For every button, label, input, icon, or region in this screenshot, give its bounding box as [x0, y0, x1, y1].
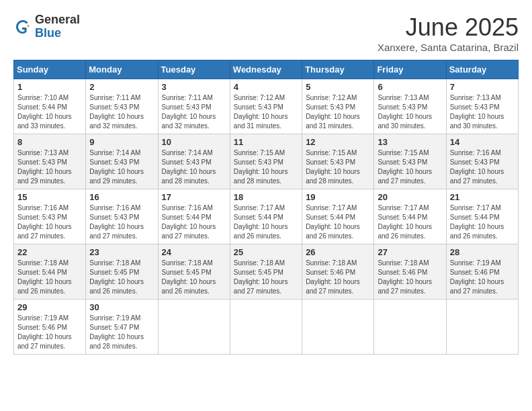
day-number: 17 — [162, 192, 226, 202]
day-info: Sunrise: 7:18 AM Sunset: 5:45 PM Dayligh… — [89, 259, 154, 296]
day-number: 3 — [162, 82, 226, 92]
col-saturday: Saturday — [446, 60, 518, 79]
table-row: 3Sunrise: 7:11 AM Sunset: 5:43 PM Daylig… — [158, 79, 230, 134]
day-number: 25 — [234, 247, 298, 257]
day-info: Sunrise: 7:11 AM Sunset: 5:43 PM Dayligh… — [89, 93, 154, 131]
day-info: Sunrise: 7:19 AM Sunset: 5:46 PM Dayligh… — [17, 314, 82, 351]
col-thursday: Thursday — [302, 60, 374, 79]
table-row — [230, 300, 302, 355]
table-row — [158, 300, 230, 355]
logo-general-text: General — [35, 13, 80, 27]
table-row: 2Sunrise: 7:11 AM Sunset: 5:43 PM Daylig… — [86, 79, 158, 134]
table-row: 13Sunrise: 7:15 AM Sunset: 5:43 PM Dayli… — [374, 134, 446, 189]
logo-text: General Blue — [35, 13, 80, 40]
day-number: 4 — [234, 82, 298, 92]
day-number: 16 — [89, 192, 154, 202]
logo: General Blue — [13, 13, 80, 40]
day-info: Sunrise: 7:11 AM Sunset: 5:43 PM Dayligh… — [162, 93, 226, 131]
day-number: 11 — [234, 137, 298, 147]
calendar-week-1: 1Sunrise: 7:10 AM Sunset: 5:44 PM Daylig… — [14, 79, 519, 134]
day-info: Sunrise: 7:12 AM Sunset: 5:43 PM Dayligh… — [306, 93, 370, 131]
day-info: Sunrise: 7:17 AM Sunset: 5:44 PM Dayligh… — [234, 203, 298, 241]
calendar-week-2: 8Sunrise: 7:13 AM Sunset: 5:43 PM Daylig… — [14, 134, 519, 189]
table-row: 17Sunrise: 7:16 AM Sunset: 5:44 PM Dayli… — [158, 189, 230, 244]
table-row: 4Sunrise: 7:12 AM Sunset: 5:43 PM Daylig… — [230, 79, 302, 134]
calendar-week-3: 15Sunrise: 7:16 AM Sunset: 5:43 PM Dayli… — [14, 189, 519, 244]
col-sunday: Sunday — [14, 60, 86, 79]
table-row: 9Sunrise: 7:14 AM Sunset: 5:43 PM Daylig… — [86, 134, 158, 189]
day-info: Sunrise: 7:13 AM Sunset: 5:43 PM Dayligh… — [378, 93, 442, 131]
table-row: 21Sunrise: 7:17 AM Sunset: 5:44 PM Dayli… — [446, 189, 518, 244]
table-row: 15Sunrise: 7:16 AM Sunset: 5:43 PM Dayli… — [14, 189, 86, 244]
calendar-header-row: Sunday Monday Tuesday Wednesday Thursday… — [14, 60, 519, 79]
col-monday: Monday — [86, 60, 158, 79]
day-number: 19 — [306, 192, 370, 202]
table-row: 29Sunrise: 7:19 AM Sunset: 5:46 PM Dayli… — [14, 300, 86, 355]
title-block: June 2025 Xanxere, Santa Catarina, Brazi… — [378, 13, 519, 53]
day-info: Sunrise: 7:18 AM Sunset: 5:44 PM Dayligh… — [17, 259, 82, 296]
day-number: 24 — [162, 247, 226, 257]
day-info: Sunrise: 7:16 AM Sunset: 5:44 PM Dayligh… — [162, 203, 226, 241]
table-row — [302, 300, 374, 355]
day-number: 22 — [17, 247, 82, 257]
col-tuesday: Tuesday — [158, 60, 230, 79]
day-number: 28 — [450, 247, 515, 257]
day-info: Sunrise: 7:15 AM Sunset: 5:43 PM Dayligh… — [306, 148, 370, 186]
day-info: Sunrise: 7:12 AM Sunset: 5:43 PM Dayligh… — [234, 93, 298, 131]
table-row: 6Sunrise: 7:13 AM Sunset: 5:43 PM Daylig… — [374, 79, 446, 134]
day-number: 12 — [306, 137, 370, 147]
day-number: 1 — [17, 82, 82, 92]
day-info: Sunrise: 7:19 AM Sunset: 5:47 PM Dayligh… — [89, 314, 154, 351]
location: Xanxere, Santa Catarina, Brazil — [378, 42, 519, 53]
day-number: 27 — [378, 247, 442, 257]
day-number: 23 — [89, 247, 154, 257]
table-row: 25Sunrise: 7:18 AM Sunset: 5:45 PM Dayli… — [230, 244, 302, 300]
day-info: Sunrise: 7:14 AM Sunset: 5:43 PM Dayligh… — [89, 148, 154, 186]
month-title: June 2025 — [378, 13, 519, 42]
day-number: 30 — [89, 302, 154, 312]
day-number: 29 — [17, 302, 82, 312]
table-row: 19Sunrise: 7:17 AM Sunset: 5:44 PM Dayli… — [302, 189, 374, 244]
day-number: 10 — [162, 137, 226, 147]
day-info: Sunrise: 7:17 AM Sunset: 5:44 PM Dayligh… — [450, 203, 515, 241]
table-row: 22Sunrise: 7:18 AM Sunset: 5:44 PM Dayli… — [14, 244, 86, 300]
day-number: 6 — [378, 82, 442, 92]
table-row: 27Sunrise: 7:18 AM Sunset: 5:46 PM Dayli… — [374, 244, 446, 300]
table-row — [374, 300, 446, 355]
day-info: Sunrise: 7:17 AM Sunset: 5:44 PM Dayligh… — [378, 203, 442, 241]
table-row: 7Sunrise: 7:13 AM Sunset: 5:43 PM Daylig… — [446, 79, 518, 134]
table-row: 26Sunrise: 7:18 AM Sunset: 5:46 PM Dayli… — [302, 244, 374, 300]
day-info: Sunrise: 7:15 AM Sunset: 5:43 PM Dayligh… — [378, 148, 442, 186]
page-header: General Blue June 2025 Xanxere, Santa Ca… — [13, 13, 519, 53]
table-row: 10Sunrise: 7:14 AM Sunset: 5:43 PM Dayli… — [158, 134, 230, 189]
day-info: Sunrise: 7:16 AM Sunset: 5:43 PM Dayligh… — [89, 203, 154, 241]
table-row: 24Sunrise: 7:18 AM Sunset: 5:45 PM Dayli… — [158, 244, 230, 300]
table-row: 28Sunrise: 7:19 AM Sunset: 5:46 PM Dayli… — [446, 244, 518, 300]
table-row: 18Sunrise: 7:17 AM Sunset: 5:44 PM Dayli… — [230, 189, 302, 244]
table-row: 30Sunrise: 7:19 AM Sunset: 5:47 PM Dayli… — [86, 300, 158, 355]
day-number: 7 — [450, 82, 515, 92]
day-number: 9 — [89, 137, 154, 147]
day-number: 2 — [89, 82, 154, 92]
table-row: 20Sunrise: 7:17 AM Sunset: 5:44 PM Dayli… — [374, 189, 446, 244]
day-info: Sunrise: 7:13 AM Sunset: 5:43 PM Dayligh… — [17, 148, 82, 186]
day-number: 13 — [378, 137, 442, 147]
day-info: Sunrise: 7:14 AM Sunset: 5:43 PM Dayligh… — [162, 148, 226, 186]
day-info: Sunrise: 7:10 AM Sunset: 5:44 PM Dayligh… — [17, 93, 82, 131]
day-info: Sunrise: 7:13 AM Sunset: 5:43 PM Dayligh… — [450, 93, 515, 131]
day-number: 21 — [450, 192, 515, 202]
table-row: 5Sunrise: 7:12 AM Sunset: 5:43 PM Daylig… — [302, 79, 374, 134]
table-row: 16Sunrise: 7:16 AM Sunset: 5:43 PM Dayli… — [86, 189, 158, 244]
logo-blue-text: Blue — [35, 27, 80, 40]
logo-icon — [13, 17, 32, 36]
day-number: 18 — [234, 192, 298, 202]
day-number: 26 — [306, 247, 370, 257]
day-number: 5 — [306, 82, 370, 92]
day-number: 14 — [450, 137, 515, 147]
day-info: Sunrise: 7:16 AM Sunset: 5:43 PM Dayligh… — [450, 148, 515, 186]
day-info: Sunrise: 7:17 AM Sunset: 5:44 PM Dayligh… — [306, 203, 370, 241]
day-info: Sunrise: 7:15 AM Sunset: 5:43 PM Dayligh… — [234, 148, 298, 186]
day-info: Sunrise: 7:18 AM Sunset: 5:46 PM Dayligh… — [306, 259, 370, 296]
day-number: 8 — [17, 137, 82, 147]
table-row: 11Sunrise: 7:15 AM Sunset: 5:43 PM Dayli… — [230, 134, 302, 189]
